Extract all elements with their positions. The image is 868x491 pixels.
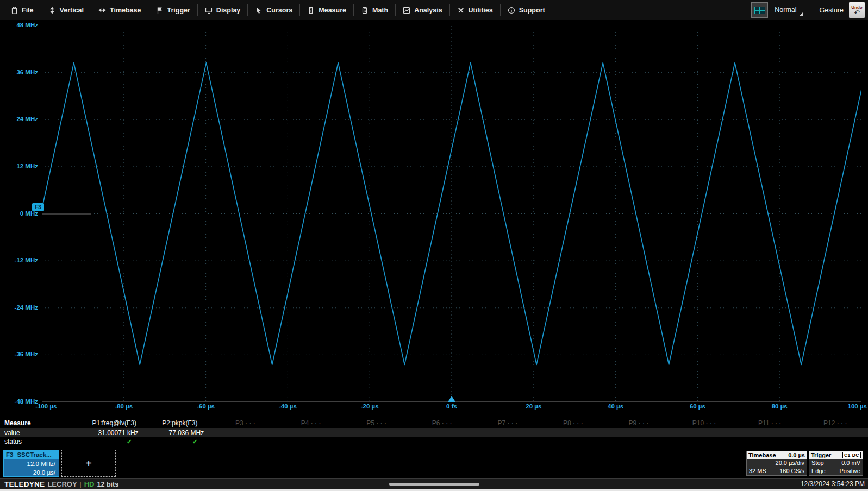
menu-item-label: File xyxy=(22,7,34,14)
display-icon xyxy=(205,7,213,14)
plus-icon: + xyxy=(85,457,92,470)
measure-header-3[interactable]: P3 · · · xyxy=(213,419,278,427)
trigger-flag-icon xyxy=(155,7,163,14)
y-axis-tick-label: 24 MHz xyxy=(0,116,38,122)
support-info-icon xyxy=(508,7,515,14)
add-trace-button[interactable]: + xyxy=(61,450,116,477)
measure-header-11[interactable]: P11 · · · xyxy=(737,419,803,427)
x-axis-tick-label: 40 µs xyxy=(608,403,623,410)
trigger-position-marker[interactable] xyxy=(448,396,455,402)
x-axis-tick-label: 100 µs xyxy=(848,403,867,410)
undo-button[interactable]: Undo ↶ xyxy=(849,2,865,18)
x-axis-tick-label: -20 µs xyxy=(361,403,379,410)
menu-item-utilities[interactable]: Utilities xyxy=(449,4,500,16)
cursor-pointer-icon xyxy=(255,7,263,14)
measure-row-label: Measure xyxy=(0,419,82,427)
measure-header-2[interactable]: P2:pkpk(F3) xyxy=(147,419,213,427)
measure-header-10[interactable]: P10 · · · xyxy=(671,419,737,427)
timebase-scale: 20.0 µs/div xyxy=(776,459,804,467)
y-axis-tick-label: -48 MHz xyxy=(0,398,38,405)
grid-style-label: Normal xyxy=(775,6,796,14)
timebase-rate: 160 GS/s xyxy=(779,467,804,475)
f3-vertical-scale: 12.0 MHz/ xyxy=(4,459,55,468)
measure-header-1[interactable]: P1:freq@lv(F3) xyxy=(82,419,147,427)
menu-item-label: Trigger xyxy=(167,7,190,14)
oscilloscope-screen: FileVerticalTimebaseTriggerDisplayCursor… xyxy=(0,0,868,491)
waveform-grid[interactable] xyxy=(42,26,861,402)
measure-table: Measure P1:freq@lv(F3)P2:pkpk(F3)P3 · · … xyxy=(0,418,868,446)
trigger-slope: Positive xyxy=(839,467,860,475)
menu-item-math[interactable]: Math xyxy=(353,4,395,16)
y-axis-tick-label: -12 MHz xyxy=(0,257,38,263)
timebase-offset: 0.0 µs xyxy=(788,452,805,458)
menu-item-label: Timebase xyxy=(110,7,141,14)
measure-header-9[interactable]: P9 · · · xyxy=(606,419,672,427)
f3-channel-offset-badge[interactable]: F3 xyxy=(32,203,44,211)
y-axis-tick-label: 36 MHz xyxy=(0,69,38,75)
f3-horizontal-scale: 20.0 µs/ xyxy=(4,468,55,477)
menu-item-measure[interactable]: Measure xyxy=(299,4,353,16)
menu-items: FileVerticalTimebaseTriggerDisplayCursor… xyxy=(3,4,552,16)
y-axis-tick-label: 48 MHz xyxy=(0,22,38,28)
x-axis-tick-label: 0 fs xyxy=(446,403,457,410)
menu-item-file[interactable]: File xyxy=(3,4,41,16)
measure-status-row: status ✔✔ xyxy=(0,437,868,446)
measure-header-5[interactable]: P5 · · · xyxy=(344,419,409,427)
measure-header-4[interactable]: P4 · · · xyxy=(278,419,344,427)
value-row-label: value xyxy=(0,429,82,437)
y-axis-tick-label: 12 MHz xyxy=(0,163,38,169)
f3-trace-descriptor[interactable]: F3 SSCTrack... 12.0 MHz/ 20.0 µs/ xyxy=(3,450,59,477)
menu-item-label: Analysis xyxy=(414,7,442,14)
trigger-summary-box[interactable]: Trigger C1 DC Stop 0.0 mV Edge Positive xyxy=(809,451,863,476)
menu-item-display[interactable]: Display xyxy=(197,4,247,16)
x-axis-tick-label: -40 µs xyxy=(279,403,297,410)
menu-item-label: Display xyxy=(216,7,240,14)
y-axis-tick-label: -24 MHz xyxy=(0,304,38,311)
trigger-source-badge: C1 DC xyxy=(842,452,861,458)
measure-value-1: 31.00071 kHz xyxy=(82,429,147,437)
menu-item-timebase[interactable]: Timebase xyxy=(91,4,148,16)
menu-item-label: Math xyxy=(372,7,388,14)
measure-header-8[interactable]: P8 · · · xyxy=(540,419,606,427)
menu-item-vertical[interactable]: Vertical xyxy=(41,4,91,16)
x-axis-tick-label: -60 µs xyxy=(197,403,215,410)
menu-item-trigger[interactable]: Trigger xyxy=(148,4,197,16)
x-axis-tick-label: -100 µs xyxy=(35,403,57,410)
trigger-level: 0.0 mV xyxy=(841,459,860,467)
descriptor-row: F3 SSCTrack... 12.0 MHz/ 20.0 µs/ + Time… xyxy=(0,450,868,478)
status-row-label: status xyxy=(0,438,82,445)
f3-waveform-trace[interactable] xyxy=(42,63,861,365)
measure-value-row: value 31.00071 kHz77.036 MHz xyxy=(0,428,868,437)
menu-item-label: Measure xyxy=(319,7,346,14)
menu-item-analysis[interactable]: Analysis xyxy=(395,4,449,16)
x-axis-tick-label: 20 µs xyxy=(526,403,541,410)
menu-item-label: Cursors xyxy=(266,7,292,14)
dropdown-corner-icon xyxy=(799,12,803,16)
grid-quadrants-icon xyxy=(754,7,765,14)
menu-item-label: Support xyxy=(519,7,545,14)
y-axis-tick-label: -36 MHz xyxy=(0,351,38,357)
scrollbar-thumb[interactable] xyxy=(389,483,479,486)
menu-right-controls: Normal Gesture Undo ↶ xyxy=(751,2,868,18)
measure-ruler-icon xyxy=(307,7,315,14)
timebase-summary-box[interactable]: Timebase 0.0 µs 20.0 µs/div 32 MS 160 GS… xyxy=(746,451,807,476)
grid-mode-button[interactable] xyxy=(751,2,768,18)
bit-depth-label: 12 bits xyxy=(97,481,119,488)
plot-area: 48 MHz36 MHz24 MHz12 MHz0 MHz-12 MHz-24 … xyxy=(0,20,868,415)
measure-header-7[interactable]: P7 · · · xyxy=(475,419,541,427)
trigger-mode: Stop xyxy=(811,459,824,467)
gesture-toggle[interactable]: Gesture xyxy=(820,7,844,14)
measure-header-12[interactable]: P12 · · · xyxy=(802,419,868,427)
status-bar: TELEDYNE LECROY | HD 12 bits 12/3/2024 3… xyxy=(0,478,868,489)
vertical-arrows-icon xyxy=(48,7,56,14)
brand-separator: | xyxy=(80,481,82,488)
measure-header-row: Measure P1:freq@lv(F3)P2:pkpk(F3)P3 · · … xyxy=(0,418,868,428)
measure-header-6[interactable]: P6 · · · xyxy=(409,419,475,427)
datetime-label: 12/3/2024 3:54:23 PM xyxy=(801,480,868,488)
trigger-title: Trigger xyxy=(811,452,831,458)
menu-item-support[interactable]: Support xyxy=(500,4,552,16)
grid-style-dropdown[interactable]: Normal xyxy=(768,3,804,18)
measure-status-1: ✔ xyxy=(82,438,147,445)
menu-item-cursors[interactable]: Cursors xyxy=(247,4,299,16)
menu-item-label: Utilities xyxy=(469,7,493,14)
